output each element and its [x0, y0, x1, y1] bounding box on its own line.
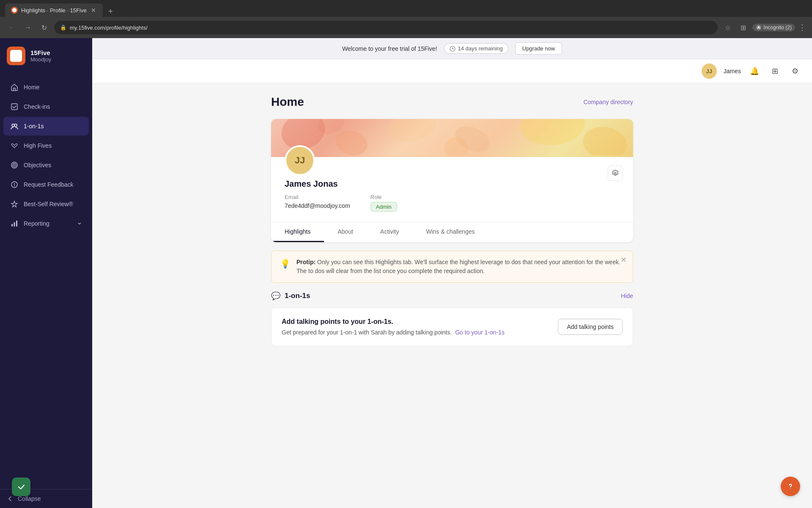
new-tab-button[interactable]: +	[105, 6, 116, 17]
browser-menu-button[interactable]: ⋮	[798, 23, 806, 32]
svg-rect-12	[16, 221, 17, 226]
sidebar-header: 15Five Moodjoy	[0, 38, 92, 74]
app-layout: 15Five Moodjoy Home Check-ins	[0, 38, 812, 508]
checkmark-icon	[16, 482, 26, 491]
tab-about[interactable]: About	[324, 222, 367, 242]
sidebar-item-home[interactable]: Home	[3, 78, 89, 97]
reload-button[interactable]: ↻	[38, 22, 50, 33]
svg-point-18	[519, 119, 587, 148]
lock-icon: 🔒	[60, 25, 66, 30]
logo-icon	[10, 50, 22, 62]
email-value: 7ede4ddf@moodjoy.com	[285, 202, 350, 209]
tp-desc-text: Get prepared for your 1-on-1 with Sarah …	[282, 329, 452, 336]
sidebar-item-label-1-on-1s: 1-on-1s	[24, 123, 82, 130]
sidebar-logo	[7, 47, 25, 65]
profile-settings-button[interactable]	[608, 166, 623, 181]
protip-banner: 💡 Protip: Only you can see this Highligh…	[271, 251, 633, 283]
svg-point-8	[14, 165, 15, 166]
collapse-icon	[7, 495, 14, 502]
notification-bell-icon[interactable]: 🔔	[748, 64, 761, 78]
brand-name: 15Five	[30, 49, 51, 56]
svg-point-0	[12, 8, 16, 12]
sidebar-item-label-high-fives: High Fives	[24, 142, 82, 149]
sidebar-item-best-self-review[interactable]: Best-Self Review®	[3, 195, 89, 213]
sidebar-item-high-fives[interactable]: High Fives	[3, 136, 89, 155]
sidebar-item-label-request-feedback: Request Feedback	[24, 181, 82, 188]
email-label: Email	[285, 194, 350, 200]
add-talking-points-button[interactable]: Add talking points	[558, 319, 623, 335]
help-button[interactable]	[781, 477, 800, 496]
svg-point-19	[580, 124, 629, 155]
svg-point-15	[333, 127, 370, 155]
hide-section-button[interactable]: Hide	[621, 293, 633, 299]
grid-icon[interactable]: ⊞	[768, 64, 782, 78]
reporting-icon	[10, 219, 19, 228]
tab-activity[interactable]: Activity	[367, 222, 412, 242]
brand-sub: Moodjoy	[30, 56, 51, 63]
back-button[interactable]: ←	[6, 22, 18, 33]
sidebar-item-check-ins[interactable]: Check-ins	[3, 97, 89, 116]
question-mark-icon	[786, 482, 795, 491]
section-title-text: 1-on-1s	[285, 292, 310, 300]
settings-gear-icon	[612, 170, 619, 177]
days-remaining: 14 days remaining	[458, 45, 503, 52]
page-title: Home	[271, 95, 304, 109]
settings-icon[interactable]: ⚙	[788, 64, 802, 78]
svg-rect-3	[11, 104, 17, 110]
browser-chrome: Highlights · Profile · 15Five ✕ + ← → ↻ …	[0, 0, 812, 38]
main-content: Welcome to your free trial of 15Five! 14…	[92, 38, 812, 508]
tab-wins-challenges[interactable]: Wins & challenges	[412, 222, 488, 242]
tp-title: Add talking points to your 1-on-1s.	[282, 318, 505, 326]
svg-point-23	[790, 489, 791, 489]
role-field: Role Admin	[370, 194, 397, 212]
tab-favicon	[11, 7, 18, 14]
talking-points-card: Add talking points to your 1-on-1s. Get …	[271, 307, 633, 346]
active-tab[interactable]: Highlights · Profile · 15Five ✕	[5, 3, 103, 17]
page-inner: Home Company directory	[258, 83, 647, 358]
address-bar[interactable]: 🔒 my.15five.com/profile/highlights/	[54, 21, 718, 34]
go-to-1on1-link[interactable]: Go to your 1-on-1s	[455, 329, 505, 336]
profile-info: JJ James Jonas Email 7ede4ddf@moodjoy.co…	[271, 157, 633, 222]
sidebar-item-objectives[interactable]: Objectives	[3, 156, 89, 174]
bookmark-icon[interactable]: ☆	[722, 22, 734, 33]
section-header: 💬 1-on-1s Hide	[271, 291, 633, 301]
tab-highlights[interactable]: Highlights	[271, 222, 324, 242]
speech-bubble-icon: 💬	[271, 291, 280, 301]
best-self-review-icon	[10, 200, 19, 208]
objectives-icon	[10, 161, 19, 169]
1-on-1s-icon	[10, 122, 19, 130]
task-button[interactable]	[12, 478, 30, 496]
user-avatar: JJ	[702, 64, 717, 79]
sidebar-item-label-objectives: Objectives	[24, 162, 82, 168]
forward-button[interactable]: →	[22, 22, 34, 33]
svg-point-16	[386, 119, 438, 145]
svg-rect-10	[11, 224, 13, 226]
profile-name: James Jonas	[285, 179, 620, 189]
collapse-label: Collapse	[18, 495, 41, 502]
sidebar-item-reporting[interactable]: Reporting	[3, 214, 89, 233]
section-title: 💬 1-on-1s	[271, 291, 310, 301]
sidebar-item-label-home: Home	[24, 84, 82, 91]
extension-icon[interactable]: ⊞	[737, 22, 749, 33]
browser-controls: ← → ↻ 🔒 my.15five.com/profile/highlights…	[0, 17, 812, 38]
incognito-badge: Incognito (2)	[752, 24, 795, 31]
sidebar-brand: 15Five Moodjoy	[30, 49, 51, 63]
trial-text: Welcome to your free trial of 15Five!	[342, 45, 437, 52]
sidebar-nav: Home Check-ins 1-on-1s High Fives	[0, 74, 92, 489]
check-ins-icon	[10, 102, 19, 111]
company-directory-link[interactable]: Company directory	[584, 99, 634, 105]
role-badge: Admin	[370, 202, 397, 212]
banner-decoration	[271, 119, 633, 155]
sidebar: 15Five Moodjoy Home Check-ins	[0, 38, 92, 508]
profile-tabs: Highlights About Activity Wins & challen…	[271, 222, 633, 242]
protip-close-button[interactable]: ✕	[620, 256, 627, 264]
sidebar-item-request-feedback[interactable]: Request Feedback	[3, 175, 89, 194]
tab-close-button[interactable]: ✕	[90, 7, 97, 14]
sidebar-item-1-on-1s[interactable]: 1-on-1s	[3, 117, 89, 135]
upgrade-now-button[interactable]: Upgrade now	[515, 42, 562, 55]
top-header: JJ James 🔔 ⊞ ⚙	[92, 59, 812, 83]
request-feedback-icon	[10, 180, 19, 189]
protip-body: Only you can see this Highlights tab. We…	[296, 259, 620, 274]
page-body: Home Company directory	[92, 83, 812, 508]
svg-point-2	[758, 26, 760, 28]
